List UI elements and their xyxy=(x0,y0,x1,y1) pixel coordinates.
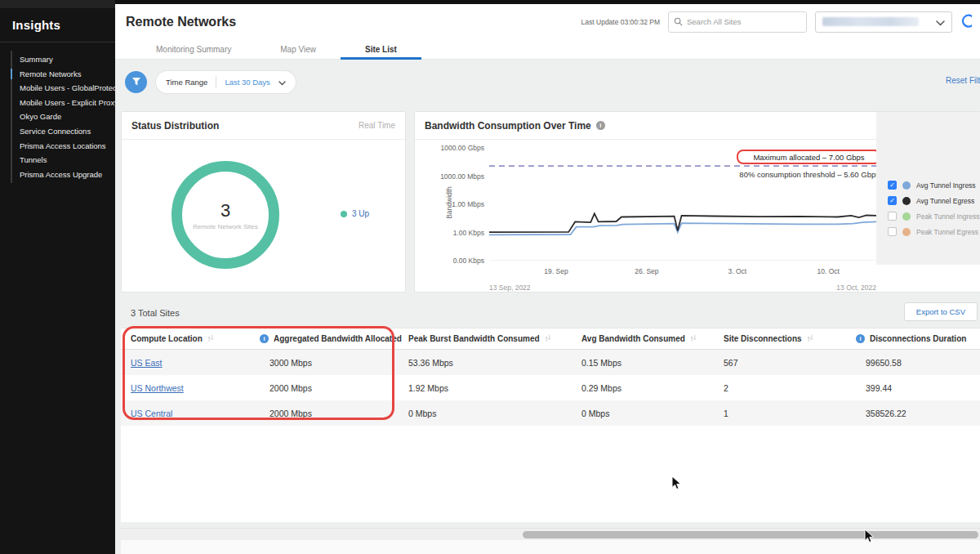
chevron-down-icon xyxy=(936,15,945,29)
y-tick-label: 1000.00 Gbps xyxy=(419,144,484,152)
column-label-disconnections-duration: Disconnections Duration xyxy=(870,334,966,343)
status-card-header: Status Distribution Real Time xyxy=(122,112,405,140)
table-row-us-northwest: US Northwest2000 Mbps1.92 Mbps0.29 Mbps2… xyxy=(121,375,980,400)
table-body: US East3000 Mbps53.36 Mbps0.15 Mbps56799… xyxy=(121,350,980,426)
cell-avg_consumed: 0.15 Mbps xyxy=(581,358,724,368)
cell-compute_location: US East xyxy=(131,358,260,368)
cell-compute_location: US Central xyxy=(131,409,260,418)
tab-map-view[interactable]: Map View xyxy=(256,39,341,59)
real-time-badge: Real Time xyxy=(359,121,395,130)
sort-icon[interactable] xyxy=(807,334,813,344)
legend-item-avg-tunnel-egress[interactable]: ✓Avg Tunnel Egress xyxy=(876,193,980,208)
cell-duration: 99650.58 xyxy=(856,358,980,368)
cell-duration: 358526.22 xyxy=(856,409,980,418)
search-box[interactable] xyxy=(668,11,807,33)
column-header-peak-burst-bandwidth-consumed[interactable]: Peak Burst Bandwidth Consumed xyxy=(408,334,581,344)
sites-table-section: 3 Total Sites Export to CSV Compute Loca… xyxy=(121,301,980,522)
column-label-peak-burst-bandwidth-consumed: Peak Burst Bandwidth Consumed xyxy=(408,334,540,343)
max-allocated-annotation: Maximum allocated – 7.00 Gbps xyxy=(737,150,881,164)
page-title: Remote Networks xyxy=(126,15,236,29)
legend-label-avg-tunnel-ingress: Avg Tunnel Ingress xyxy=(916,181,976,190)
tab-site-list[interactable]: Site List xyxy=(341,39,421,59)
site-link-us-central[interactable]: US Central xyxy=(131,409,172,418)
legend-dot-peak-tunnel-egress xyxy=(902,228,911,236)
tenant-dropdown[interactable] xyxy=(815,11,952,33)
scrollbar-thumb[interactable] xyxy=(523,531,978,538)
legend-dot-avg-tunnel-ingress xyxy=(902,181,911,190)
column-header-avg-bandwidth-consumed[interactable]: Avg Bandwidth Consumed xyxy=(581,334,724,344)
cell-avg_consumed: 0.29 Mbps xyxy=(581,383,724,393)
sidebar-item-okyo-garde[interactable]: Okyo Garde xyxy=(12,109,115,124)
pill-divider xyxy=(216,76,216,88)
last-update-text: Last Update 03:00:32 PM xyxy=(581,18,660,26)
legend-dot-peak-tunnel-ingress xyxy=(902,212,911,221)
site-count-label: Remote Network Sites xyxy=(193,223,258,230)
tab-monitoring-summary[interactable]: Monitoring Summary xyxy=(131,39,256,59)
sidebar-title: Insights xyxy=(0,8,115,42)
chart-legend: ✓Avg Tunnel Ingress✓Avg Tunnel EgressPea… xyxy=(876,112,980,265)
column-header-aggregated-bandwidth-allocated[interactable]: iAggregated Bandwidth Allocated xyxy=(260,334,408,343)
cell-disconnections: 2 xyxy=(724,383,856,393)
cell-duration: 399.44 xyxy=(856,383,980,393)
status-donut-chart: 3 Remote Network Sites xyxy=(172,161,279,269)
search-icon xyxy=(674,15,683,29)
sidebar-item-mobile-users-explicit-proxy[interactable]: Mobile Users - Explicit Proxy xyxy=(12,96,115,110)
refresh-icon[interactable] xyxy=(960,13,972,31)
checkbox-peak-tunnel-egress[interactable] xyxy=(888,227,897,236)
legend-item-peak-tunnel-egress[interactable]: Peak Tunnel Egress xyxy=(876,224,980,239)
reset-filters-link[interactable]: Reset Filters xyxy=(946,76,980,85)
export-csv-button[interactable]: Export to CSV xyxy=(904,302,978,321)
bandwidth-card-title: Bandwidth Consumption Over Time xyxy=(425,120,591,132)
tenant-name-redacted xyxy=(822,17,919,26)
table-row-us-central: US Central2000 Mbps0 Mbps0 Mbps1358526.2… xyxy=(121,400,980,426)
checkbox-avg-tunnel-egress[interactable]: ✓ xyxy=(888,196,897,205)
search-input[interactable] xyxy=(687,17,789,26)
sidebar-item-prisma-access-upgrade[interactable]: Prisma Access Upgrade xyxy=(12,168,115,182)
status-card-title: Status Distribution xyxy=(131,120,219,132)
main-panel: Remote Networks Last Update 03:00:32 PM xyxy=(115,0,980,554)
info-icon[interactable]: i xyxy=(596,121,605,130)
bandwidth-plot: Bandwidth 1000.00 Gbps1000.00 Mbps1.00 M… xyxy=(489,148,876,261)
sort-icon[interactable] xyxy=(690,334,697,344)
sort-icon[interactable] xyxy=(545,334,551,344)
site-link-us-northwest[interactable]: US Northwest xyxy=(131,383,184,393)
sidebar-item-mobile-users-globalprotect[interactable]: Mobile Users - GlobalProtect xyxy=(12,81,115,96)
status-legend[interactable]: 3 Up xyxy=(341,209,369,218)
sidebar-item-summary[interactable]: Summary xyxy=(12,52,115,67)
bandwidth-card: Bandwidth Consumption Over Time i Linear… xyxy=(414,111,980,293)
header-right: Last Update 03:00:32 PM xyxy=(581,11,972,33)
time-range-value: Last 30 Days xyxy=(225,78,270,87)
sidebar-item-prisma-access-locations[interactable]: Prisma Access Locations xyxy=(12,139,115,154)
cell-disconnections: 567 xyxy=(724,358,856,368)
filter-bar: Time Range Last 30 Days Reset Filters xyxy=(115,60,980,104)
table-header-row: Compute LocationiAggregated Bandwidth Al… xyxy=(121,328,980,350)
cell-peak_burst: 1.92 Mbps xyxy=(408,383,581,393)
horizontal-scrollbar[interactable] xyxy=(121,528,980,540)
up-status-dot xyxy=(341,211,347,217)
sidebar-item-tunnels[interactable]: Tunnels xyxy=(12,153,115,168)
up-status-label: 3 Up xyxy=(352,209,369,218)
table-toolbar: 3 Total Sites Export to CSV xyxy=(121,301,980,328)
legend-label-peak-tunnel-ingress: Peak Tunnel Ingress xyxy=(916,212,980,221)
y-tick-label: 1000.00 Mbps xyxy=(419,172,484,181)
time-range-filter[interactable]: Time Range Last 30 Days xyxy=(156,71,296,93)
total-sites-label: 3 Total Sites xyxy=(131,308,180,318)
column-header-site-disconnections[interactable]: Site Disconnections xyxy=(724,334,856,344)
sort-icon[interactable] xyxy=(207,334,214,344)
checkbox-avg-tunnel-ingress[interactable]: ✓ xyxy=(888,181,897,190)
legend-item-peak-tunnel-ingress[interactable]: Peak Tunnel Ingress xyxy=(876,208,980,224)
sidebar-top-strip xyxy=(0,0,115,8)
column-header-compute-location[interactable]: Compute Location xyxy=(131,334,260,344)
y-tick-label: 1.00 Mbps xyxy=(419,200,484,208)
checkbox-peak-tunnel-ingress[interactable] xyxy=(888,212,897,221)
filter-button[interactable] xyxy=(125,71,147,93)
sidebar-item-service-connections[interactable]: Service Connections xyxy=(12,124,115,139)
cell-disconnections: 1 xyxy=(724,409,856,418)
info-icon[interactable]: i xyxy=(260,334,269,343)
column-header-disconnections-duration[interactable]: iDisconnections Duration xyxy=(856,334,980,343)
site-link-us-east[interactable]: US East xyxy=(131,358,163,368)
sidebar-nav: SummaryRemote NetworksMobile Users - Glo… xyxy=(11,51,115,183)
info-icon[interactable]: i xyxy=(856,334,865,343)
legend-item-avg-tunnel-ingress[interactable]: ✓Avg Tunnel Ingress xyxy=(876,177,980,193)
sidebar-item-remote-networks[interactable]: Remote Networks xyxy=(12,67,115,82)
